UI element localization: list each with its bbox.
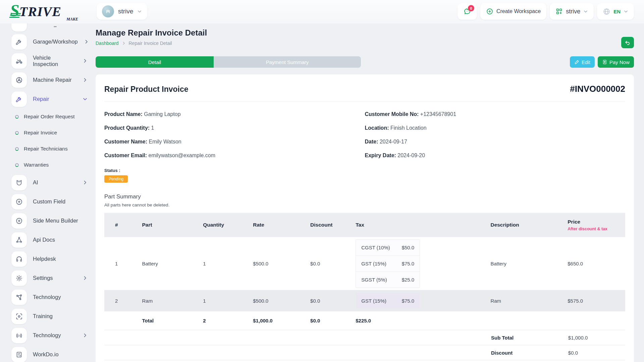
chevron-right-icon: [83, 276, 88, 281]
cell-number: 1: [104, 261, 134, 266]
column-header-discount: Discount: [302, 222, 347, 228]
bullet-icon: [15, 163, 19, 167]
invoice-actions: Edit Pay Now: [570, 56, 634, 68]
summary-value: $0.0: [560, 350, 625, 356]
field-date: Date: 2024-09-17: [365, 139, 626, 145]
grid-plus-icon: [555, 8, 563, 15]
edit-button[interactable]: Edit: [570, 56, 595, 68]
chevron-down-icon: [624, 9, 628, 14]
total-label: Total: [134, 318, 195, 323]
chevron-right-icon: [83, 77, 88, 82]
sidebar-item-clipped: [11, 23, 96, 32]
sidebar-subitem-label: Repair Invoice: [24, 130, 57, 136]
total-tax: $225.0: [347, 318, 482, 323]
table-header-row: #PartQuantityRateDiscountTaxDescriptionP…: [104, 213, 625, 237]
return-button[interactable]: [621, 37, 634, 48]
tax-line: CGST (10%)$50.0: [356, 240, 420, 256]
sidebar-item-settings[interactable]: Settings: [11, 268, 96, 288]
plus-circle-icon: [11, 213, 27, 229]
total-rate: $1,000.0: [245, 318, 302, 323]
create-workspace-button[interactable]: Create Workspace: [480, 3, 546, 20]
field-customer-name: Customer Name: Emily Watson: [104, 139, 365, 145]
sidebar-item-label: Repair: [33, 96, 49, 102]
topbar-actions: 0 Create Workspace strive EN: [458, 3, 634, 20]
pay-now-button[interactable]: Pay Now: [598, 56, 634, 68]
sidebar-item-vehicle-inspection[interactable]: Vehicle Inspection: [11, 51, 96, 70]
sidebar-item-helpdesk[interactable]: Helpdesk: [11, 249, 96, 268]
breadcrumb-current: Repair Invoice Detail: [129, 41, 172, 46]
plus-circle-icon: [486, 8, 493, 15]
brand-logo[interactable]: STRIVE MAKE: [10, 2, 82, 22]
tab-payment-summary[interactable]: Payment Summary: [214, 56, 361, 68]
total-discount: $0.0: [302, 318, 347, 323]
status-badge: Pending: [104, 175, 128, 183]
sidebar-item-repair[interactable]: Repair: [11, 89, 96, 109]
motorcycle-icon: [11, 53, 27, 69]
sidebar-item-machine-repair[interactable]: Machine Repair: [11, 70, 96, 89]
sidebar-subitem-repair-invoice[interactable]: Repair Invoice: [11, 125, 96, 141]
cell-description: Ram: [482, 298, 559, 304]
tabs-row: DetailPayment Summary Edit Pay Now: [96, 56, 634, 68]
workspace-name: strive: [118, 8, 133, 15]
chevron-right-icon: [83, 58, 88, 63]
sidebar-subitem-warranties[interactable]: Warranties: [11, 157, 96, 173]
workspace-switcher[interactable]: strive: [97, 3, 147, 20]
sidebar-subitem-repair-technicians[interactable]: Repair Technicians: [11, 141, 96, 157]
clipped-label-fragment: [54, 26, 57, 27]
column-header-: #: [104, 222, 134, 228]
breadcrumb-link-dashboard[interactable]: Dashboard: [96, 41, 119, 46]
sidebar-item-label: Training: [33, 313, 53, 319]
tax-line: GST (15%)$75.0: [356, 256, 420, 272]
bullet-icon: [15, 115, 19, 119]
target-icon: [11, 309, 27, 324]
cell-part: Battery: [134, 261, 195, 266]
sidebar-item-ai[interactable]: AI: [11, 173, 96, 192]
sidebar-item-label: Helpdesk: [33, 256, 56, 262]
sidebar-item-label: Settings: [33, 275, 53, 281]
chevron-down-icon: [583, 9, 588, 14]
invoice-fields-left: Product Name: Gaming LaptopProduct Quant…: [104, 111, 365, 159]
sidebar-item-side-menu-builder[interactable]: Side Menu Builder: [11, 211, 96, 230]
plus-circle-icon: [11, 194, 27, 209]
sidebar-item-label: Machine Repair: [33, 77, 72, 83]
column-header-quantity: Quantity: [195, 222, 245, 228]
tab-detail[interactable]: Detail: [96, 56, 214, 68]
messages-button[interactable]: 0: [458, 3, 477, 20]
table-row-ram: 2 Ram 1 $500.0 $0.0 GST (15%)$75.0 Ram $…: [104, 290, 625, 311]
page-header: Manage Repair Invoice Detail Dashboard R…: [96, 28, 634, 48]
logo-wordmark: TRIVE: [19, 4, 61, 19]
language-selector[interactable]: EN: [597, 3, 634, 20]
breadcrumb: Dashboard Repair Invoice Detail: [96, 41, 207, 46]
sidebar-item-technology[interactable]: Technology: [11, 326, 96, 345]
chevron-down-icon: [137, 9, 142, 14]
sidebar-item-label: Vehicle Inspection: [33, 55, 76, 67]
ai-icon: [11, 175, 27, 190]
total-quantity: 2: [195, 318, 245, 323]
invoice-heading: Repair Product Invoice: [104, 85, 189, 94]
sidebar-item-training[interactable]: Training: [11, 307, 96, 326]
tax-box: CGST (10%)$50.0GST (15%)$75.0SGST (5%)$2…: [356, 239, 420, 288]
invoice-fields: Product Name: Gaming LaptopProduct Quant…: [104, 111, 625, 159]
column-header-description: Description: [482, 222, 559, 228]
cell-tax: GST (15%)$75.0: [347, 293, 482, 309]
field-location: Location: Finish Location: [365, 125, 626, 131]
sidebar-subitem-repair-order-request[interactable]: Repair Order Request: [11, 109, 96, 125]
sidebar-item-label: Custom Field: [33, 198, 65, 205]
sidebar-item-technology[interactable]: Technology: [11, 288, 96, 307]
sidebar-item-api-docs[interactable]: Api Docs: [11, 230, 96, 249]
workspace-dropdown[interactable]: strive: [550, 3, 594, 20]
share-icon: [11, 290, 27, 305]
cell-discount: $0.0: [302, 298, 347, 304]
main-content: Manage Repair Invoice Detail Dashboard R…: [96, 23, 634, 362]
sidebar-item-garage-workshop[interactable]: Garage/Workshop: [11, 32, 96, 51]
note-icon: [11, 347, 27, 362]
wrench-icon: [11, 34, 27, 50]
detail-tabs: DetailPayment Summary: [96, 56, 361, 68]
sidebar-item-custom-field[interactable]: Custom Field: [11, 192, 96, 211]
sidebar-item-workdo-io[interactable]: WorkDo.io: [11, 345, 96, 362]
chevron-right-icon: [83, 180, 88, 185]
gear-icon: [11, 270, 27, 286]
wrench-icon: [11, 92, 27, 107]
cell-discount: $0.0: [302, 261, 347, 266]
cell-price: $575.0: [559, 298, 625, 304]
